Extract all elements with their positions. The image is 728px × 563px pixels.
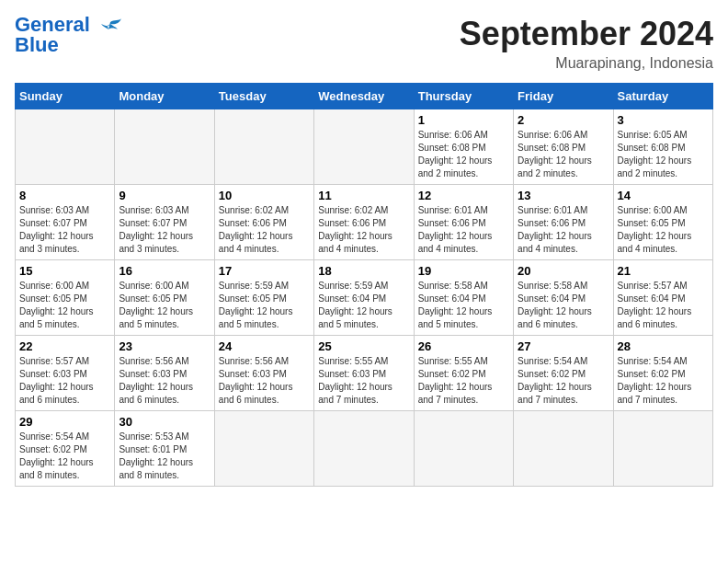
empty-cell — [115, 109, 214, 185]
day-info: Sunrise: 6:00 AMSunset: 6:05 PMDaylight:… — [618, 204, 709, 256]
day-cell-14: 14Sunrise: 6:00 AMSunset: 6:05 PMDayligh… — [613, 185, 712, 260]
day-number: 25 — [318, 339, 409, 353]
day-info: Sunrise: 6:02 AMSunset: 6:06 PMDaylight:… — [318, 204, 409, 256]
day-info: Sunrise: 5:54 AMSunset: 6:02 PMDaylight:… — [518, 355, 609, 407]
day-number: 23 — [119, 339, 210, 353]
day-info: Sunrise: 5:57 AMSunset: 6:03 PMDaylight:… — [19, 355, 110, 407]
day-info: Sunrise: 5:57 AMSunset: 6:04 PMDaylight:… — [618, 280, 709, 331]
day-info: Sunrise: 5:58 AMSunset: 6:04 PMDaylight:… — [418, 280, 509, 331]
day-number: 15 — [19, 264, 110, 278]
day-number: 14 — [618, 189, 709, 202]
day-cell-9: 9Sunrise: 6:03 AMSunset: 6:07 PMDaylight… — [115, 185, 214, 260]
weekday-header-wednesday: Wednesday — [314, 84, 414, 109]
month-title: September 2024 — [460, 15, 713, 53]
day-number: 28 — [618, 339, 709, 353]
day-number: 11 — [318, 189, 409, 202]
day-info: Sunrise: 5:55 AMSunset: 6:03 PMDaylight:… — [318, 355, 409, 407]
day-cell-8: 8Sunrise: 6:03 AMSunset: 6:07 PMDaylight… — [16, 185, 115, 260]
week-row-5: 29Sunrise: 5:54 AMSunset: 6:02 PMDayligh… — [16, 411, 713, 487]
day-info: Sunrise: 6:02 AMSunset: 6:06 PMDaylight:… — [219, 204, 310, 256]
day-info: Sunrise: 6:03 AMSunset: 6:07 PMDaylight:… — [119, 204, 210, 256]
day-cell-23: 23Sunrise: 5:56 AMSunset: 6:03 PMDayligh… — [115, 336, 214, 411]
day-number: 19 — [418, 264, 509, 278]
day-cell-27: 27Sunrise: 5:54 AMSunset: 6:02 PMDayligh… — [514, 336, 613, 411]
empty-cell — [16, 109, 115, 185]
day-info: Sunrise: 5:56 AMSunset: 6:03 PMDaylight:… — [219, 355, 310, 407]
day-number: 16 — [119, 264, 210, 278]
title-block: September 2024 Muarapinang, Indonesia — [460, 15, 713, 72]
day-info: Sunrise: 5:54 AMSunset: 6:02 PMDaylight:… — [19, 431, 110, 482]
calendar-table: SundayMondayTuesdayWednesdayThursdayFrid… — [15, 83, 713, 487]
weekday-header-friday: Friday — [514, 84, 613, 109]
weekday-header-saturday: Saturday — [613, 84, 712, 109]
day-number: 26 — [418, 339, 509, 353]
day-info: Sunrise: 6:06 AMSunset: 6:08 PMDaylight:… — [518, 129, 609, 180]
week-row-1: 1Sunrise: 6:06 AMSunset: 6:08 PMDaylight… — [16, 109, 713, 185]
day-cell-10: 10Sunrise: 6:02 AMSunset: 6:06 PMDayligh… — [214, 185, 313, 260]
day-cell-12: 12Sunrise: 6:01 AMSunset: 6:06 PMDayligh… — [414, 185, 513, 260]
day-info: Sunrise: 5:53 AMSunset: 6:01 PMDaylight:… — [119, 431, 210, 482]
day-number: 10 — [219, 189, 310, 202]
day-info: Sunrise: 6:03 AMSunset: 6:07 PMDaylight:… — [19, 204, 110, 256]
week-row-4: 22Sunrise: 5:57 AMSunset: 6:03 PMDayligh… — [16, 336, 713, 411]
logo-bird-icon — [94, 17, 123, 46]
day-info: Sunrise: 6:06 AMSunset: 6:08 PMDaylight:… — [418, 129, 509, 180]
day-number: 13 — [518, 189, 609, 202]
empty-cell — [314, 109, 414, 185]
day-cell-3: 3Sunrise: 6:05 AMSunset: 6:08 PMDaylight… — [613, 109, 712, 185]
week-row-3: 15Sunrise: 6:00 AMSunset: 6:05 PMDayligh… — [16, 260, 713, 336]
day-cell-21: 21Sunrise: 5:57 AMSunset: 6:04 PMDayligh… — [613, 260, 712, 336]
day-info: Sunrise: 5:59 AMSunset: 6:04 PMDaylight:… — [318, 280, 409, 331]
day-number: 3 — [618, 113, 709, 127]
day-cell-11: 11Sunrise: 6:02 AMSunset: 6:06 PMDayligh… — [314, 185, 414, 260]
logo-text: General Blue — [15, 15, 90, 55]
day-number: 1 — [418, 113, 509, 127]
location: Muarapinang, Indonesia — [460, 55, 713, 72]
day-cell-25: 25Sunrise: 5:55 AMSunset: 6:03 PMDayligh… — [314, 336, 414, 411]
empty-cell — [314, 411, 414, 487]
day-number: 24 — [219, 339, 310, 353]
day-number: 8 — [19, 189, 110, 202]
day-info: Sunrise: 5:59 AMSunset: 6:05 PMDaylight:… — [219, 280, 310, 331]
day-info: Sunrise: 6:00 AMSunset: 6:05 PMDaylight:… — [19, 280, 110, 331]
day-number: 20 — [518, 264, 609, 278]
day-cell-22: 22Sunrise: 5:57 AMSunset: 6:03 PMDayligh… — [16, 336, 115, 411]
logo: General Blue — [15, 15, 123, 55]
day-cell-13: 13Sunrise: 6:01 AMSunset: 6:06 PMDayligh… — [514, 185, 613, 260]
weekday-header-tuesday: Tuesday — [214, 84, 313, 109]
day-info: Sunrise: 6:05 AMSunset: 6:08 PMDaylight:… — [618, 129, 709, 180]
day-cell-2: 2Sunrise: 6:06 AMSunset: 6:08 PMDaylight… — [514, 109, 613, 185]
day-number: 18 — [318, 264, 409, 278]
day-cell-28: 28Sunrise: 5:54 AMSunset: 6:02 PMDayligh… — [613, 336, 712, 411]
empty-cell — [214, 411, 313, 487]
empty-cell — [214, 109, 313, 185]
day-cell-19: 19Sunrise: 5:58 AMSunset: 6:04 PMDayligh… — [414, 260, 513, 336]
day-cell-17: 17Sunrise: 5:59 AMSunset: 6:05 PMDayligh… — [214, 260, 313, 336]
page-header: General Blue September 2024 Muarapinang,… — [15, 15, 713, 72]
day-info: Sunrise: 5:58 AMSunset: 6:04 PMDaylight:… — [518, 280, 609, 331]
week-row-2: 8Sunrise: 6:03 AMSunset: 6:07 PMDaylight… — [16, 185, 713, 260]
day-number: 29 — [19, 415, 110, 429]
day-cell-30: 30Sunrise: 5:53 AMSunset: 6:01 PMDayligh… — [115, 411, 214, 487]
day-number: 21 — [618, 264, 709, 278]
day-number: 2 — [518, 113, 609, 127]
empty-cell — [514, 411, 613, 487]
day-cell-18: 18Sunrise: 5:59 AMSunset: 6:04 PMDayligh… — [314, 260, 414, 336]
empty-cell — [613, 411, 712, 487]
empty-cell — [414, 411, 513, 487]
day-number: 30 — [119, 415, 210, 429]
day-number: 22 — [19, 339, 110, 353]
day-cell-26: 26Sunrise: 5:55 AMSunset: 6:02 PMDayligh… — [414, 336, 513, 411]
day-info: Sunrise: 5:56 AMSunset: 6:03 PMDaylight:… — [119, 355, 210, 407]
day-cell-15: 15Sunrise: 6:00 AMSunset: 6:05 PMDayligh… — [16, 260, 115, 336]
day-info: Sunrise: 6:01 AMSunset: 6:06 PMDaylight:… — [418, 204, 509, 256]
day-info: Sunrise: 6:01 AMSunset: 6:06 PMDaylight:… — [518, 204, 609, 256]
day-cell-24: 24Sunrise: 5:56 AMSunset: 6:03 PMDayligh… — [214, 336, 313, 411]
weekday-header-row: SundayMondayTuesdayWednesdayThursdayFrid… — [16, 84, 713, 109]
day-cell-16: 16Sunrise: 6:00 AMSunset: 6:05 PMDayligh… — [115, 260, 214, 336]
day-number: 27 — [518, 339, 609, 353]
weekday-header-monday: Monday — [115, 84, 214, 109]
day-cell-1: 1Sunrise: 6:06 AMSunset: 6:08 PMDaylight… — [414, 109, 513, 185]
weekday-header-thursday: Thursday — [414, 84, 513, 109]
day-number: 12 — [418, 189, 509, 202]
